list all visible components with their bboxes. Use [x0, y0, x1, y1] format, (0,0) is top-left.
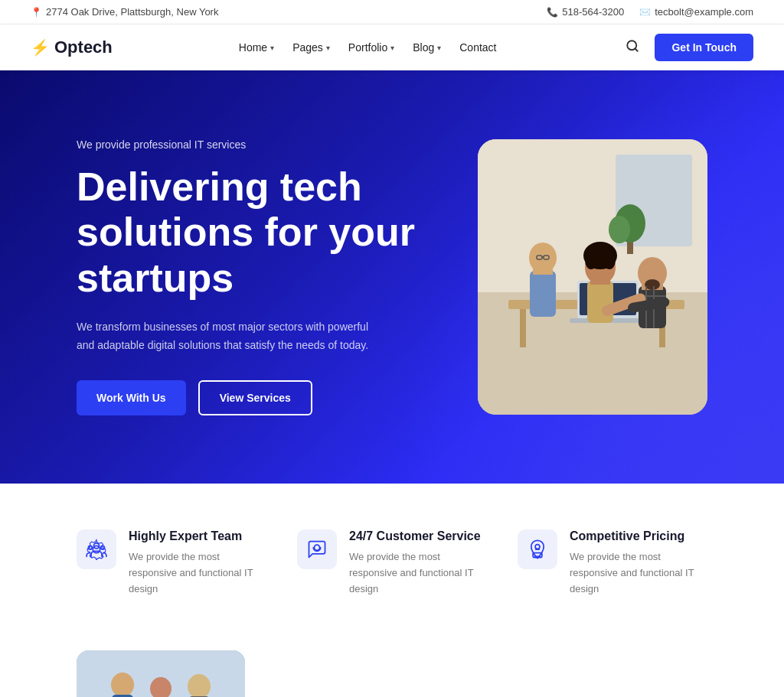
nav-item-contact[interactable]: Contact: [459, 41, 496, 54]
chevron-down-icon: ▾: [270, 44, 274, 52]
phone-icon: 📞: [547, 7, 558, 18]
logo[interactable]: ⚡ Optech: [31, 37, 113, 57]
nav-links: Home ▾ Pages ▾ Portfolio ▾ Blog ▾ Contac: [239, 41, 497, 54]
feature-text-team: Highly Expert Team We provide the most r…: [129, 529, 266, 597]
hero-buttons: Work With Us View Services: [77, 380, 432, 415]
team-illustration: [478, 139, 707, 415]
feature-item-pricing: Competitive Pricing We provide the most …: [518, 529, 707, 597]
nav-link-blog[interactable]: Blog ▾: [413, 41, 441, 54]
search-button[interactable]: [622, 36, 642, 60]
svg-point-23: [585, 251, 597, 269]
feature-item-support: 24/7 Customer Service We provide the mos…: [297, 529, 487, 597]
feature-text-support: 24/7 Customer Service We provide the mos…: [349, 529, 487, 597]
svg-point-39: [93, 546, 100, 552]
hero-title: Delivering tech solutions for your start…: [77, 164, 432, 301]
nav-item-home[interactable]: Home ▾: [239, 41, 274, 54]
get-in-touch-button[interactable]: Get In Touch: [655, 34, 753, 61]
feature-title-team: Highly Expert Team: [129, 529, 266, 543]
bottom-team-illustration: [77, 650, 245, 697]
bottom-teaser: [0, 643, 784, 697]
phone-item: 📞 518-564-3200: [547, 6, 624, 18]
hero-description: We transform businesses of most major se…: [77, 318, 383, 355]
logo-icon: ⚡: [31, 38, 50, 57]
bottom-image-inner: [77, 650, 245, 697]
work-with-us-button[interactable]: Work With Us: [77, 380, 186, 415]
feature-title-support: 24/7 Customer Service: [349, 529, 487, 543]
location-icon: 📍: [31, 7, 42, 18]
chevron-down-icon: ▾: [390, 44, 394, 52]
nav-item-pages[interactable]: Pages ▾: [292, 41, 330, 54]
email-icon: ✉️: [639, 7, 651, 18]
nav-link-pages[interactable]: Pages ▾: [292, 41, 330, 54]
features-grid: Highly Expert Team We provide the most r…: [77, 529, 707, 597]
nav-link-contact[interactable]: Contact: [459, 41, 496, 54]
address-item: 📍 2774 Oak Drive, Plattsburgh, New York: [31, 6, 218, 18]
nav-actions: Get In Touch: [622, 34, 753, 61]
nav-item-blog[interactable]: Blog ▾: [413, 41, 441, 54]
svg-line-1: [635, 48, 638, 50]
navbar: ⚡ Optech Home ▾ Pages ▾ Portfolio ▾ Blog: [0, 24, 784, 70]
team-icon: [86, 539, 107, 560]
support-icon: [306, 539, 328, 560]
feature-item-team: Highly Expert Team We provide the most r…: [77, 529, 266, 597]
hero-section: We provide professional IT services Deli…: [0, 70, 784, 484]
search-icon: [626, 39, 639, 53]
hero-image: [478, 139, 707, 415]
feature-text-pricing: Competitive Pricing We provide the most …: [570, 529, 707, 597]
top-bar-left: 📍 2774 Oak Drive, Plattsburgh, New York: [31, 6, 218, 18]
logo-text: Optech: [54, 37, 113, 57]
feature-icon-box-pricing: [518, 529, 557, 569]
svg-rect-17: [533, 265, 553, 275]
hero-subtitle: We provide professional IT services: [77, 138, 432, 151]
bottom-image: [77, 650, 245, 697]
feature-desc-pricing: We provide the most responsive and funct…: [570, 549, 707, 597]
svg-point-24: [603, 251, 616, 269]
svg-rect-25: [587, 281, 613, 323]
svg-point-8: [609, 216, 630, 243]
svg-point-41: [535, 545, 540, 549]
svg-rect-26: [590, 275, 610, 285]
nav-item-portfolio[interactable]: Portfolio ▾: [348, 41, 394, 54]
feature-icon-box-support: [297, 529, 337, 569]
phone-text: 518-564-3200: [562, 6, 624, 18]
features-section: Highly Expert Team We provide the most r…: [0, 484, 784, 643]
feature-desc-team: We provide the most responsive and funct…: [129, 549, 266, 597]
feature-title-pricing: Competitive Pricing: [570, 529, 707, 543]
view-services-button[interactable]: View Services: [198, 380, 312, 415]
email-text: tecbolt@example.com: [655, 6, 753, 18]
feature-icon-box-team: [77, 529, 116, 569]
top-bar: 📍 2774 Oak Drive, Plattsburgh, New York …: [0, 0, 784, 24]
email-item: ✉️ tecbolt@example.com: [639, 6, 753, 18]
chevron-down-icon: ▾: [326, 44, 330, 52]
nav-link-portfolio[interactable]: Portfolio ▾: [348, 41, 394, 54]
chevron-down-icon: ▾: [437, 44, 441, 52]
nav-link-home[interactable]: Home ▾: [239, 41, 274, 54]
svg-rect-16: [530, 271, 556, 317]
pricing-icon: [527, 539, 548, 560]
address-text: 2774 Oak Drive, Plattsburgh, New York: [46, 6, 218, 18]
svg-point-47: [111, 673, 134, 697]
top-bar-right: 📞 518-564-3200 ✉️ tecbolt@example.com: [547, 6, 753, 18]
feature-desc-support: We provide the most responsive and funct…: [349, 549, 487, 597]
svg-point-40: [315, 545, 320, 550]
hero-content: We provide professional IT services Deli…: [77, 138, 432, 416]
svg-rect-10: [520, 309, 526, 347]
